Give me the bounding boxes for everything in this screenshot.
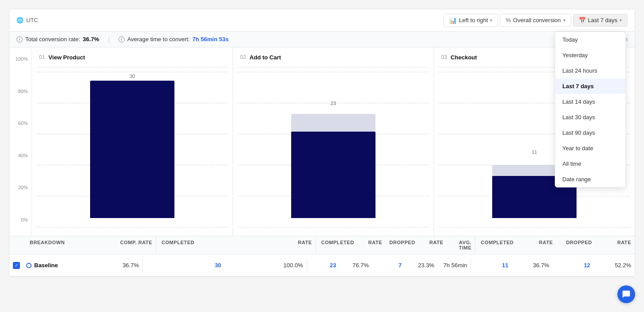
date-dropdown: Today Yesterday Last 24 hours Last 7 day…: [555, 31, 626, 187]
grid-line-0: [36, 227, 228, 227]
left-to-right-button[interactable]: 📊 Left to right ▾: [443, 14, 498, 27]
dropdown-item-date-range[interactable]: Date range: [555, 172, 625, 187]
td-s3-rate: 36.7%: [512, 258, 553, 272]
th-step-2: COMPLETED RATE DROPPED RATE AVG. TIME: [316, 236, 475, 254]
calendar-icon: 📅: [579, 17, 586, 23]
date-range-button[interactable]: 📅 Last 7 days ▾: [573, 14, 628, 27]
td-s1-rate: 100.0%: [225, 258, 306, 272]
step-2-chart: 23: [237, 67, 429, 236]
chat-icon: [622, 290, 631, 299]
table-row-baseline: ✓ Baseline 36.7% 30 100.0% 23 76.7% 7 23…: [9, 254, 635, 277]
step-2-bar-wrapper: 23: [240, 72, 427, 227]
last-7-days-label: Last 7 days: [588, 17, 618, 23]
toolbar-left: 🌐 UTC: [16, 17, 38, 23]
step-1-bar-dark: [90, 81, 174, 218]
td-comprate-baseline: 36.7%: [98, 258, 142, 272]
th-check-spacer: [9, 236, 23, 254]
th-s1-completed: COMPLETED: [156, 236, 237, 254]
avg-time-stat: i Average time to convert: 7h 56min 53s: [119, 36, 229, 43]
y-100: 100%: [13, 56, 28, 62]
th-s3-completed: COMPLETED: [475, 236, 517, 254]
y-0: 0%: [13, 217, 28, 222]
step-1-bar-wrapper: 30: [39, 72, 225, 227]
step-2-bar-dark: [291, 132, 375, 218]
td-s2-completed[interactable]: 23: [307, 258, 340, 272]
table-area: Breakdown COMP. RATE COMPLETED RATE COMP…: [9, 236, 635, 277]
dropdown-item-last30[interactable]: Last 30 days: [555, 109, 625, 125]
chart-area: 100% 80% 60% 40% 20% 0% 01 View Product: [9, 47, 635, 236]
th-s2-avg-time: AVG. TIME: [447, 236, 475, 254]
stats-left: i Total conversion rate: 36.7% | i Avera…: [16, 36, 229, 43]
grid-line-2-0: [237, 227, 429, 227]
info-icon-2: i: [119, 36, 125, 43]
dropdown-item-last14[interactable]: Last 14 days: [555, 94, 625, 109]
y-axis: 100% 80% 60% 40% 20% 0%: [9, 47, 32, 236]
total-conversion-value: 36.7%: [83, 36, 99, 43]
y-60: 60%: [13, 121, 28, 126]
th-s2-rate: RATE: [358, 236, 386, 254]
step-3-title: Checkout: [450, 54, 477, 61]
baseline-dot: [26, 263, 32, 268]
step-2-bar-label-total: 23: [240, 101, 427, 106]
td-step-3-baseline: 11 36.7% 12 52.2%: [470, 258, 635, 272]
th-breakdown: Breakdown: [23, 236, 111, 254]
step-3-number: 03: [441, 54, 447, 60]
th-s2-dropped: DROPPED: [386, 236, 419, 254]
td-step-2-baseline: 23 76.7% 7 23.3% 7h 56min: [307, 258, 471, 272]
total-conversion-label: Total conversion rate:: [25, 36, 80, 43]
baseline-label: Baseline: [34, 262, 58, 269]
td-s3-dropped[interactable]: 12: [553, 258, 594, 272]
td-s1-completed[interactable]: 30: [143, 258, 225, 272]
globe-icon: 🌐: [16, 17, 24, 23]
stat-divider: |: [108, 36, 109, 43]
td-step-1-baseline: 30 100.0%: [142, 258, 307, 272]
chat-bubble[interactable]: [617, 285, 635, 303]
th-s3-dropped: DROPPED: [557, 236, 596, 254]
dropdown-item-last24[interactable]: Last 24 hours: [555, 63, 625, 78]
left-to-right-label: Left to right: [459, 17, 488, 23]
th-s3-rate2: RATE: [596, 236, 635, 254]
dropdown-item-all-time[interactable]: All time: [555, 156, 625, 172]
th-step-3: COMPLETED RATE DROPPED RATE: [475, 236, 635, 254]
chevron-down-icon-2: ▾: [563, 18, 565, 23]
td-s2-dropped-rate: 23.3%: [405, 258, 438, 272]
chevron-down-icon-3: ▾: [620, 18, 622, 23]
th-s2-completed: COMPLETED: [316, 236, 358, 254]
main-container: 🌐 UTC 📊 Left to right ▾ % Overall conver…: [9, 9, 635, 277]
th-s3-rate: RATE: [517, 236, 556, 254]
dropdown-item-yesterday[interactable]: Yesterday: [555, 47, 625, 63]
step-1-column: 01 View Product 30: [32, 47, 233, 236]
percent-icon: %: [506, 17, 511, 23]
total-conversion-stat: i Total conversion rate: 36.7%: [16, 36, 99, 43]
utc-label: UTC: [26, 17, 38, 23]
step-1-number: 01: [39, 54, 45, 60]
step-2-header: 02 Add to Cart: [237, 47, 429, 67]
step-2-column: 02 Add to Cart 23: [233, 47, 434, 236]
td-s2-dropped[interactable]: 7: [372, 258, 405, 272]
step-2-number: 02: [240, 54, 246, 60]
dropdown-item-last90[interactable]: Last 90 days: [555, 125, 625, 140]
y-20: 20%: [13, 185, 28, 190]
checkbox-baseline[interactable]: ✓: [13, 262, 20, 269]
dropdown-item-last7[interactable]: Last 7 days: [555, 78, 625, 94]
step-1-bar-label: 30: [39, 74, 225, 79]
step-1-chart: 30: [36, 67, 228, 236]
info-icon-1: i: [16, 36, 23, 43]
th-comp-rate: COMP. RATE: [111, 236, 156, 254]
dropdown-item-today[interactable]: Today: [555, 32, 625, 47]
y-80: 80%: [13, 89, 28, 94]
td-s3-completed[interactable]: 11: [471, 258, 512, 272]
toolbar-right: 📊 Left to right ▾ % Overall conversion ▾…: [443, 14, 628, 27]
avg-time-label: Average time to convert:: [127, 36, 190, 43]
grid-line-3-0: [439, 227, 630, 227]
th-s2-rate2: RATE: [419, 236, 446, 254]
overall-conversion-button[interactable]: % Overall conversion ▾: [500, 14, 571, 27]
dropdown-item-year-to-date[interactable]: Year to date: [555, 140, 625, 156]
th-s1-rate: RATE: [237, 236, 315, 254]
step-2-title: Add to Cart: [249, 54, 281, 61]
stats-bar: i Total conversion rate: 36.7% | i Avera…: [9, 31, 635, 47]
td-breakdown-baseline: Baseline: [23, 258, 98, 272]
th-step-1: COMPLETED RATE: [156, 236, 316, 254]
steps-container: 01 View Product 30: [32, 47, 635, 236]
td-s3-dropped-rate: 52.2%: [594, 258, 635, 272]
